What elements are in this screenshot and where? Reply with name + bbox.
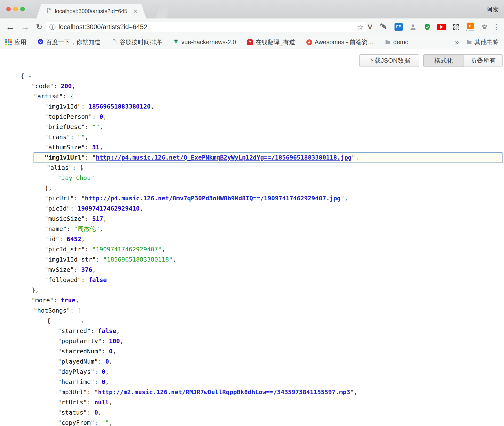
json-token: "img1v1Url" <box>45 154 85 161</box>
youdao-icon: Y <box>247 39 253 45</box>
json-token: : <box>87 409 94 416</box>
collapse-toggle-icon[interactable]: ▼ <box>29 75 31 79</box>
forward-button[interactable]: → <box>21 18 30 35</box>
json-line: "mvSize": 376, <box>0 265 504 275</box>
json-token: "rtUrls" <box>58 399 87 406</box>
json-token: "hotSongs" <box>34 307 70 314</box>
json-line: "status": 0, <box>0 408 504 418</box>
vimium-extension-icon[interactable]: V <box>366 22 374 32</box>
profile-name[interactable]: 阿发 <box>487 0 499 18</box>
json-line: "trans": "", <box>0 132 504 142</box>
json-token: { <box>20 72 24 79</box>
bookmark-vue-hackernews[interactable]: vue-hackernews-2.0 <box>173 39 236 46</box>
site-info-icon[interactable]: ⓘ <box>49 23 56 31</box>
json-token: ", <box>350 389 357 396</box>
json-token: , <box>120 338 124 345</box>
url-bar[interactable]: ⓘ localhost:3000/artists?id=6452 ☆ <box>46 22 367 32</box>
json-token: , <box>100 123 103 130</box>
view-mode-segmented-control: 格式化 折叠所有 <box>423 54 503 67</box>
json-token: "followed" <box>45 276 81 283</box>
bookmark-label: 应用 <box>14 38 26 46</box>
profile-person-extension-icon[interactable] <box>409 22 417 32</box>
bookmark-label: 在线翻译_有道 <box>255 38 295 46</box>
json-token: "picId_str" <box>45 246 85 253</box>
collapse-toggle-icon[interactable]: ▼ <box>81 320 83 324</box>
json-token: , <box>105 378 109 385</box>
translate-badge: 英 <box>380 22 383 26</box>
other-bookmarks-folder[interactable]: 其他书签 <box>466 38 499 46</box>
bookmark-baidu[interactable]: 百度一下，你就知道 <box>38 38 101 46</box>
json-token: }, <box>32 287 39 294</box>
player-extension-icon[interactable]: ▶ PLAYER <box>466 22 475 32</box>
bookmark-awesomes[interactable]: A Awesomes - 前端资… <box>306 38 374 46</box>
json-url-link[interactable]: http://p4.music.126.net/Q_ExePNkmqB2yWyL… <box>96 154 352 161</box>
bookmark-youdao-translate[interactable]: Y 在线翻译_有道 <box>247 38 295 46</box>
json-line: "mp3Url": "http://m2.music.126.net/RMJR7… <box>0 387 504 397</box>
json-token: "周杰伦" <box>74 225 99 232</box>
bookmarks-overflow-chevron-icon[interactable]: » <box>455 38 459 46</box>
bookmark-label: vue-hackernews-2.0 <box>181 39 236 46</box>
json-viewer: ▼{"code": 200,▼"artist": {"img1v1Id": 18… <box>0 71 504 426</box>
fehelper-extension-icon[interactable]: FE <box>394 22 403 32</box>
json-token: false <box>98 327 116 334</box>
json-token: null <box>94 399 109 406</box>
json-token: "more" <box>32 297 53 304</box>
json-token: : <box>94 368 102 375</box>
window-controls <box>6 0 25 18</box>
json-line: "starredNum": 0, <box>0 346 504 357</box>
json-token: 0 <box>94 409 98 416</box>
json-token: , <box>92 266 96 273</box>
bookmark-apps[interactable]: 应用 <box>5 38 26 46</box>
json-token: "starred" <box>58 327 91 334</box>
folder-icon <box>466 39 472 46</box>
json-token: "popularity" <box>58 338 102 345</box>
json-token: "id" <box>45 236 59 243</box>
json-token: 100 <box>109 338 120 345</box>
json-token: : <box>98 358 105 365</box>
bookmark-google-sort[interactable]: 谷歌按时间排序 <box>112 38 162 46</box>
page-icon <box>112 39 117 45</box>
json-line: "followed": false <box>0 275 504 285</box>
qrcode-extension-icon[interactable] <box>452 22 460 32</box>
json-token: : [ <box>72 164 83 171</box>
bookmark-demo-folder[interactable]: demo <box>385 39 409 46</box>
json-token: , <box>116 327 120 334</box>
bookmarks-bar: 应用 百度一下，你就知道 谷歌按时间排序 vue-hackernews-2.0 … <box>0 35 504 49</box>
back-button[interactable]: ← <box>6 18 15 35</box>
url-input[interactable]: localhost:3000/artists?id=6452 <box>59 23 354 31</box>
tab-close-icon[interactable]: × <box>133 8 138 15</box>
apps-grid-icon <box>5 39 12 45</box>
json-url-link[interactable]: http://m2.music.126.net/RMJR7wDullRqppBk… <box>98 389 350 396</box>
json-token: , <box>105 368 109 375</box>
json-token: true <box>61 297 75 304</box>
close-window-button[interactable] <box>6 7 11 11</box>
json-token: : <box>94 378 102 385</box>
json-url-link[interactable]: http://p4.music.126.net/8mv7qP30Pd3oHW8b… <box>85 195 341 202</box>
tab-title: localhost:3000/artists?id=645 <box>55 8 130 15</box>
json-token: , <box>98 409 102 416</box>
bookmark-star-icon[interactable]: ☆ <box>357 23 363 31</box>
youtube-extension-icon[interactable] <box>437 22 446 32</box>
paw-extension-icon[interactable] <box>480 22 489 32</box>
reload-button[interactable]: ↻ <box>36 18 42 35</box>
format-button[interactable]: 格式化 <box>424 55 464 67</box>
bookmark-label: 谷歌按时间排序 <box>119 38 162 46</box>
json-token: : { <box>63 93 74 100</box>
collapse-all-button[interactable]: 折叠所有 <box>464 55 502 67</box>
json-token: : <box>81 276 89 283</box>
browser-menu-icon[interactable]: ⋮ <box>492 18 500 35</box>
json-token: 18569651883380120 <box>89 103 151 110</box>
fullscreen-window-button[interactable] <box>20 7 25 11</box>
json-token: "topicPerson" <box>45 113 92 120</box>
new-tab-button[interactable] <box>155 8 169 18</box>
play-icon <box>440 25 443 29</box>
download-json-button[interactable]: 下载JSON数据 <box>359 54 419 67</box>
shield-extension-icon[interactable] <box>423 22 432 32</box>
translate-pen-extension-icon[interactable]: ✎ 英 <box>380 22 389 32</box>
json-line: ▼"hotSongs": [ <box>0 306 504 316</box>
browser-tab[interactable]: localhost:3000/artists?id=645 × <box>36 4 146 18</box>
json-token: : <box>102 348 109 355</box>
json-token: : " <box>87 389 98 396</box>
json-line: "topicPerson": 0, <box>0 112 504 122</box>
minimize-window-button[interactable] <box>13 7 18 11</box>
